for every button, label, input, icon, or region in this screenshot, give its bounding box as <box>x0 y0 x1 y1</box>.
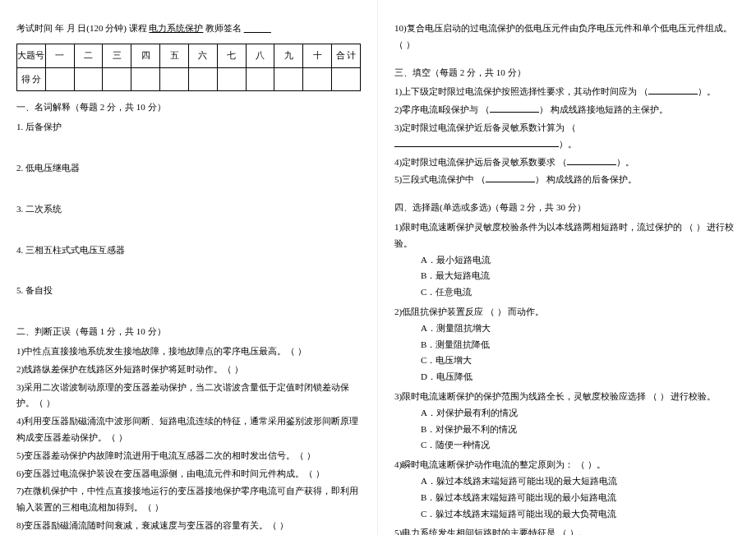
sec2-item-cont: 10)复合电压启动的过电流保护的低电压元件由负序电压元件和单个低电压元件组成。（… <box>394 21 740 53</box>
hdr-cell: 五 <box>160 44 189 67</box>
cell <box>103 67 131 91</box>
opt: C．随便一种情况 <box>421 437 740 454</box>
sec3-item: 3)定时限过电流保护近后备灵敏系数计算为 （）。 <box>394 120 740 153</box>
sec3-item: 5)三段式电流保护中 （） 构成线路的后备保护。 <box>394 172 740 188</box>
opt: D．电压降低 <box>421 369 740 385</box>
sec2-item: 5)变压器差动保护内故障时流进用于电流互感器二次的相时发出信号。（ ） <box>16 448 361 464</box>
sec2-item: 1)中性点直接接地系统发生接地故障，接地故障点的零序电压最高。（ ） <box>16 344 361 360</box>
opt: C．电压增大 <box>421 353 740 369</box>
cell <box>274 67 303 91</box>
cell <box>74 67 103 91</box>
q2-options: A．测量阻抗增大 B．测量阻抗降低 C．电压增大 D．电压降低 <box>394 321 740 385</box>
q5-stem: 5)电力系统发生相间短路时的主要特征是 （ ）。 <box>394 525 740 535</box>
q1-stem: 1)限时电流速断保护灵敏度校验条件为以本线路两相短路时，流过保护的 （ ） 进行… <box>394 219 740 252</box>
exam-time: 考试时间 年 月 日(120 分钟) 课程 <box>16 23 147 33</box>
hdr-cell: 一 <box>45 44 74 67</box>
cell <box>160 67 189 91</box>
score-table: 大题号 一 二 三 四 五 六 七 八 九 十 合 计 得 分 <box>16 44 361 92</box>
hdr-cell: 大题号 <box>17 44 46 67</box>
opt: B．测量阻抗降低 <box>421 337 740 353</box>
sec4-title: 四、选择题(单选或多选)（每题 2 分，共 30 分） <box>394 200 740 216</box>
sec3-title: 三、填空（每题 2 分，共 10 分） <box>394 65 740 81</box>
sec1-item: 2. 低电压继电器 <box>16 160 361 177</box>
opt: A．测量阻抗增大 <box>421 321 740 337</box>
opt: B．躲过本线路末端短路可能出现的最小短路电流 <box>421 490 740 506</box>
header: 考试时间 年 月 日(120 分钟) 课程 电力系统保护 教师签名 ______ <box>16 21 361 37</box>
q3-options: A．对保护最有利的情况 B．对保护最不利的情况 C．随便一种情况 <box>394 405 740 454</box>
sec3-item: 4)定时限过电流保护远后备灵敏系数要求 （）。 <box>394 155 740 171</box>
sec2-item: 7)在微机保护中，中性点直接接地运行的变压器接地保护零序电流可自产获得，即利用输… <box>16 483 361 516</box>
sig-label: 教师签名 <box>205 23 242 33</box>
cell <box>45 67 74 91</box>
q4-stem: 4)瞬时电流速断保护动作电流的整定原则为： （ ）。 <box>394 457 740 473</box>
hdr-cell: 十 <box>303 44 332 67</box>
sec2-title: 二、判断正误（每题 1 分，共 10 分） <box>16 324 361 340</box>
hdr-cell: 八 <box>246 44 274 67</box>
hdr-cell: 三 <box>103 44 131 67</box>
hdr-cell: 九 <box>274 44 303 67</box>
hdr-cell: 二 <box>74 44 103 67</box>
q3-stem: 3)限时电流速断保护的保护范围为线路全长，灵敏度校验应选择 （ ） 进行校验。 <box>394 389 740 405</box>
cell <box>332 67 361 91</box>
hdr-cell: 四 <box>131 44 160 67</box>
sec2-item: 6)变压器过电流保护装设在变压器电源侧，由电流元件和时间元件构成。（ ） <box>16 466 361 482</box>
sig-blank: ______ <box>244 23 271 33</box>
cell <box>246 67 274 91</box>
opt: A．躲过本线路末端短路可能出现的最大短路电流 <box>421 473 740 490</box>
opt: B．最大短路电流 <box>421 268 740 284</box>
hdr-cell: 六 <box>188 44 217 67</box>
cell <box>217 67 246 91</box>
sec2-item: 8)变压器励磁涌流随时间衰减，衰减速度与变压器的容量有关。（ ） <box>16 518 361 534</box>
sec1-item: 4. 三相五柱式式电压互感器 <box>16 242 361 259</box>
cell <box>188 67 217 91</box>
row-label: 得 分 <box>17 67 46 91</box>
sec2-item: 4)利用变压器励磁涌流中波形间断、短路电流连续的特征，通常采用鉴别波形间断原理构… <box>16 413 361 446</box>
sec1-item: 5. 备自投 <box>16 283 361 299</box>
q1-options: A．最小短路电流 B．最大短路电流 C．任意电流 <box>394 252 740 301</box>
opt: C．躲过本线路末端短路可能出现的最大负荷电流 <box>421 506 740 523</box>
opt: C．任意电流 <box>421 284 740 301</box>
opt: B．对保护最不利的情况 <box>421 422 740 438</box>
sec3-item: 2)零序电流Ⅱ段保护与 （） 构成线路接地短路的主保护。 <box>394 102 740 118</box>
sec2-item: 3)采用二次谐波制动原理的变压器差动保护，当二次谐波含量低于定值时闭锁差动保护。… <box>16 380 361 413</box>
course-name: 电力系统保护 <box>149 23 203 33</box>
sec1-title: 一、名词解释（每题 2 分，共 10 分） <box>16 99 361 116</box>
q2-stem: 2)低阻抗保护装置反应 （ ） 而动作。 <box>394 304 740 321</box>
cell <box>303 67 332 91</box>
hdr-cell: 七 <box>217 44 246 67</box>
cell <box>131 67 160 91</box>
sec3-item: 1)上下级定时限过电流保护按照选择性要求，其动作时间应为 （）。 <box>394 84 740 100</box>
opt: A．最小短路电流 <box>421 252 740 269</box>
sec1-item: 3. 二次系统 <box>16 201 361 218</box>
opt: A．对保护最有利的情况 <box>421 405 740 422</box>
q4-options: A．躲过本线路末端短路可能出现的最大短路电流 B．躲过本线路末端短路可能出现的最… <box>394 473 740 522</box>
sec1-item: 1. 后备保护 <box>16 119 361 136</box>
sec2-item: 2)线路纵差保护在线路区外短路时保护将延时动作。（ ） <box>16 362 361 378</box>
hdr-cell: 合 计 <box>332 44 361 67</box>
